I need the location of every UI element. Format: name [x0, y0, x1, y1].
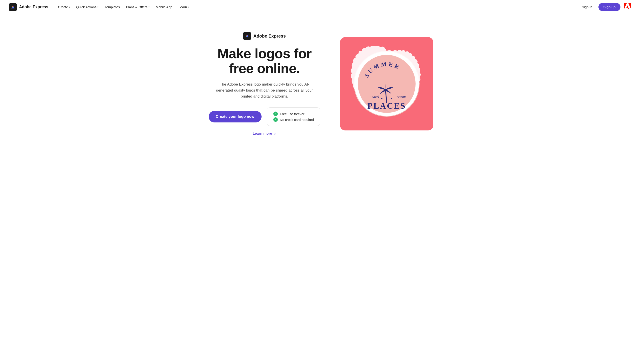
- create-logo-button[interactable]: Create your logo now: [209, 111, 262, 122]
- product-badge-name: Adobe Express: [253, 34, 286, 39]
- feature-item-no-card: ✓ No credit card required: [273, 117, 314, 122]
- features-box: ✓ Free use forever ✓ No credit card requ…: [267, 107, 320, 126]
- check-icon: ✓: [273, 117, 278, 122]
- nav-links: Create ▾ Quick Actions ▾ Templates Plans…: [55, 3, 579, 11]
- hero-preview: SUMMER: [340, 37, 433, 130]
- nav-link-quick-actions[interactable]: Quick Actions ▾: [74, 3, 101, 11]
- learn-more-link[interactable]: Learn more ⌄: [207, 131, 322, 136]
- product-badge: Adobe Express: [243, 32, 286, 40]
- adobe-logo-icon: [624, 3, 631, 11]
- hero-title: Make logos for free online.: [207, 46, 322, 76]
- feature-item-free: ✓ Free use forever: [273, 112, 314, 116]
- nav-link-templates[interactable]: Templates: [102, 3, 122, 11]
- brand-icon: [9, 3, 17, 11]
- navbar: Adobe Express Create ▾ Quick Actions ▾ T…: [0, 0, 640, 14]
- logo-preview-card: SUMMER: [340, 37, 433, 130]
- nav-link-create[interactable]: Create ▾: [55, 3, 73, 11]
- chevron-down-icon: ▾: [188, 6, 189, 8]
- product-badge-icon: [243, 32, 251, 40]
- svg-text:PLACES: PLACES: [367, 101, 406, 110]
- nav-link-learn[interactable]: Learn ▾: [176, 3, 192, 11]
- nav-link-mobile[interactable]: Mobile App: [153, 3, 175, 11]
- chevron-down-icon: ▾: [69, 6, 70, 8]
- svg-point-14: [381, 98, 382, 99]
- hero-content: Adobe Express Make logos for free online…: [207, 32, 322, 136]
- chevron-down-icon: ⌄: [273, 131, 276, 136]
- chevron-down-icon: ▾: [97, 6, 98, 8]
- chevron-down-icon: ▾: [148, 6, 150, 8]
- svg-point-15: [391, 98, 392, 99]
- brand-link[interactable]: Adobe Express: [9, 3, 48, 11]
- sign-up-button[interactable]: Sign up: [598, 3, 620, 11]
- svg-text:Agents: Agents: [396, 95, 406, 99]
- hero-section: Adobe Express Make logos for free online…: [0, 14, 640, 153]
- hero-subtitle: The Adobe Express logo maker quickly bri…: [213, 81, 316, 100]
- hero-cta-row: Create your logo now ✓ Free use forever …: [207, 107, 322, 126]
- nav-link-plans[interactable]: Plans & Offers ▾: [123, 3, 152, 11]
- svg-text:Travel: Travel: [370, 95, 379, 99]
- brand-name: Adobe Express: [19, 5, 48, 9]
- sign-in-button[interactable]: Sign In: [579, 3, 595, 11]
- nav-actions: Sign In Sign up: [579, 3, 631, 11]
- check-icon: ✓: [273, 112, 278, 116]
